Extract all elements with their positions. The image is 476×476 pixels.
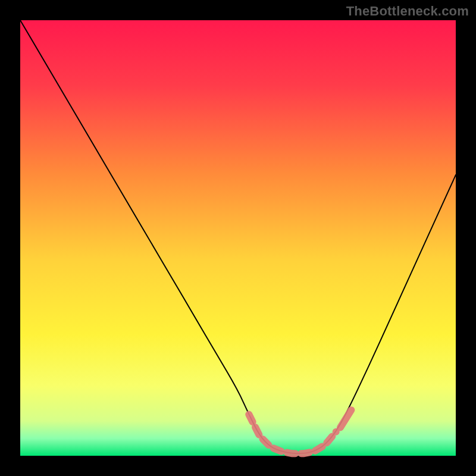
bottleneck-chart — [0, 0, 476, 476]
watermark-text: TheBottleneck.com — [346, 4, 469, 19]
chart-stage: TheBottleneck.com — [0, 0, 476, 476]
